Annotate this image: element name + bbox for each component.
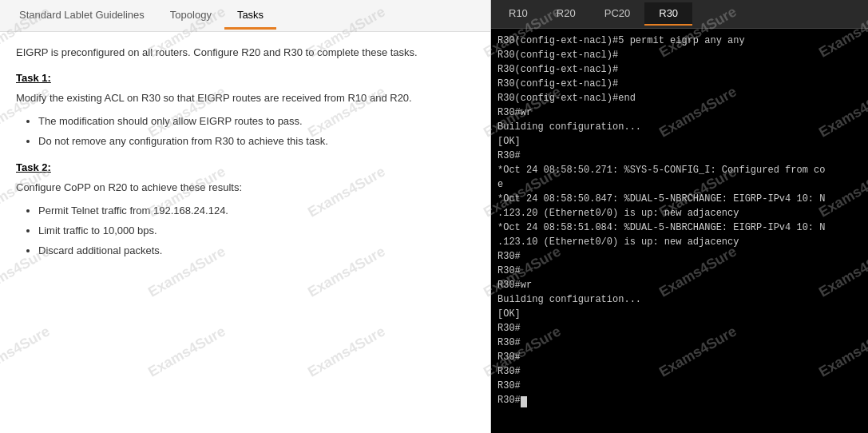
terminal-line: R30(config-ext-nacl)# (497, 62, 862, 77)
terminal-cursor (521, 396, 527, 407)
router-tab-r30[interactable]: R30 (644, 2, 692, 26)
terminal-line: R30# (497, 393, 862, 407)
content-area: EIGRP is preconfigured on all routers. C… (0, 32, 490, 433)
terminal-line: R30# (497, 149, 862, 163)
terminal-line: R30(config-ext-nacl)# (497, 48, 862, 62)
terminal-line: .123.20 (Ethernet0/0) is up: new adjacen… (497, 206, 862, 220)
terminal-line: R30# (497, 264, 862, 278)
terminal-line: *Oct 24 08:58:50.847: %DUAL-5-NBRCHANGE:… (497, 192, 862, 206)
terminal-line: R30(config-ext-nacl)# (497, 77, 862, 91)
left-panel: Standard Lablet Guidelines Topology Task… (0, 0, 491, 433)
tab-tasks[interactable]: Tasks (224, 2, 276, 30)
router-tab-r10[interactable]: R10 (494, 2, 542, 26)
terminal-line: R30# (497, 379, 862, 393)
task2-bullet-2: Limit traffic to 10,000 bps. (38, 223, 474, 240)
terminal-line: R30# (497, 249, 862, 264)
router-tab-pc20[interactable]: PC20 (590, 2, 645, 26)
terminal-line: Building configuration... (497, 292, 862, 307)
terminal-line: R30# (497, 364, 862, 379)
terminal-line: *Oct 24 08:58:51.084: %DUAL-5-NBRCHANGE:… (497, 220, 862, 235)
tab-topology[interactable]: Topology (157, 2, 224, 30)
terminal-line: R30(config-ext-nacl)#end (497, 91, 862, 105)
tab-standard-lablet-guidelines[interactable]: Standard Lablet Guidelines (6, 2, 157, 30)
intro-text: EIGRP is preconfigured on all routers. C… (16, 45, 474, 61)
terminal-line: Building configuration... (497, 120, 862, 134)
terminal-line: R30#wr (497, 278, 862, 292)
task2-bullet-3: Discard additional packets. (38, 243, 474, 260)
task2-title: Task 2: (16, 161, 474, 173)
task2-description: Configure CoPP on R20 to achieve these r… (16, 180, 474, 196)
terminal-line: R30(config-ext-nacl)#5 permit eigrp any … (497, 34, 862, 48)
terminal-line: R30#wr (497, 105, 862, 120)
terminal-line: [OK] (497, 307, 862, 321)
terminal-line: e (497, 177, 862, 192)
task2-bullets: Permit Telnet traffic from 192.168.24.12… (16, 203, 474, 259)
router-tab-bar: R10 R20 PC20 R30 (491, 0, 868, 29)
task1-description: Modify the existing ACL on R30 so that E… (16, 90, 474, 106)
task2-bullet-1: Permit Telnet traffic from 192.168.24.12… (38, 203, 474, 220)
router-tab-r20[interactable]: R20 (542, 2, 590, 26)
task1-bullet-2: Do not remove any configuration from R30… (38, 133, 474, 150)
task1-bullet-1: The modification should only allow EIGRP… (38, 113, 474, 130)
terminal-line: [OK] (497, 134, 862, 149)
terminal-line: .123.10 (Ethernet0/0) is up: new adjacen… (497, 235, 862, 249)
right-panel: R10 R20 PC20 R30 R30(config-ext-nacl)#5 … (491, 0, 868, 433)
terminal-line: R30# (497, 321, 862, 336)
terminal-line: *Oct 24 08:58:50.271: %SYS-5-CONFIG_I: C… (497, 163, 862, 177)
terminal-line: R30# (497, 336, 862, 350)
task1-title: Task 1: (16, 72, 474, 84)
terminal-line: R30# (497, 350, 862, 364)
tab-bar: Standard Lablet Guidelines Topology Task… (0, 0, 490, 32)
task1-bullets: The modification should only allow EIGRP… (16, 113, 474, 150)
terminal[interactable]: R30(config-ext-nacl)#5 permit eigrp any … (491, 29, 868, 433)
